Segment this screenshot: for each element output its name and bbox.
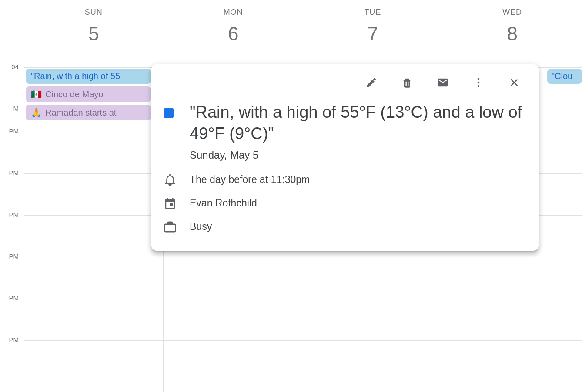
- event-ramadan[interactable]: 🙏Ramadan starts at: [26, 105, 151, 120]
- time-label: PM: [0, 169, 24, 211]
- pray-icon: 🙏: [31, 108, 42, 117]
- day-name: MON: [164, 8, 303, 17]
- event-weather-wed[interactable]: "Clou: [547, 69, 582, 84]
- availability-text: Busy: [190, 221, 212, 233]
- edit-button[interactable]: [363, 75, 380, 92]
- day-number: 7: [303, 23, 443, 45]
- envelope-icon: [437, 76, 449, 90]
- close-icon: [508, 76, 520, 90]
- event-label: Ramadan starts at: [45, 108, 116, 117]
- event-label: "Clou: [552, 71, 572, 81]
- event-weather-sun[interactable]: "Rain, with a high of 55: [26, 69, 151, 84]
- time-label: PM: [0, 252, 24, 294]
- delete-button[interactable]: [398, 75, 416, 92]
- popup-content: "Rain, with a high of 55°F (13°C) and a …: [164, 102, 526, 161]
- time-axis: 04 M PM PM PM PM PM PM: [0, 67, 24, 382]
- time-label: PM: [0, 211, 24, 252]
- trash-icon: [401, 76, 413, 90]
- pencil-icon: [365, 76, 378, 90]
- day-header-wed[interactable]: WED 8: [442, 0, 582, 45]
- day-header-tue[interactable]: TUE 7: [303, 0, 443, 45]
- calendar-owner-row: Evan Rothchild: [164, 197, 526, 210]
- day-header-sun[interactable]: SUN 5: [24, 0, 164, 45]
- event-color-indicator: [164, 102, 177, 161]
- color-dot: [164, 108, 174, 118]
- event-label: "Rain, with a high of 55: [31, 71, 120, 81]
- time-label: M: [0, 105, 24, 127]
- close-button[interactable]: [505, 75, 523, 92]
- event-title: "Rain, with a high of 55°F (13°C) and a …: [190, 102, 526, 145]
- reminder-text: The day before at 11:30pm: [190, 174, 310, 186]
- popup-toolbar: [164, 75, 526, 102]
- availability-row: Busy: [164, 220, 526, 233]
- flag-mexico-icon: 🇲🇽: [31, 90, 42, 99]
- day-name: SUN: [24, 8, 164, 17]
- day-name: TUE: [303, 8, 443, 17]
- briefcase-icon: [164, 220, 177, 233]
- bell-icon: [164, 173, 177, 186]
- calendar-owner-text: Evan Rothchild: [190, 197, 257, 209]
- event-details-popup: "Rain, with a high of 55°F (13°C) and a …: [151, 64, 539, 251]
- time-label: PM: [0, 127, 24, 169]
- time-label: 04: [0, 63, 24, 105]
- calendar-icon: [164, 197, 177, 210]
- event-cinco-de-mayo[interactable]: 🇲🇽Cinco de Mayo: [26, 86, 151, 102]
- more-options-button[interactable]: [470, 75, 487, 92]
- time-label: PM: [0, 336, 24, 378]
- svg-point-1: [478, 82, 480, 84]
- event-date: Sunday, May 5: [190, 149, 526, 161]
- day-name: WED: [442, 8, 582, 17]
- day-number: 8: [442, 23, 582, 45]
- sunday-events: "Rain, with a high of 55 🇲🇽Cinco de Mayo…: [24, 67, 153, 122]
- time-label: PM: [0, 294, 24, 336]
- email-button[interactable]: [434, 75, 452, 92]
- svg-point-2: [478, 85, 480, 87]
- event-label: Cinco de Mayo: [45, 90, 103, 99]
- day-header-mon[interactable]: MON 6: [164, 0, 303, 45]
- svg-point-0: [478, 78, 480, 80]
- more-vertical-icon: [472, 76, 485, 90]
- day-headers-row: SUN 5 MON 6 TUE 7 WED 8: [0, 0, 582, 45]
- reminder-row: The day before at 11:30pm: [164, 173, 526, 186]
- day-number: 6: [164, 23, 303, 45]
- day-number: 5: [24, 23, 164, 45]
